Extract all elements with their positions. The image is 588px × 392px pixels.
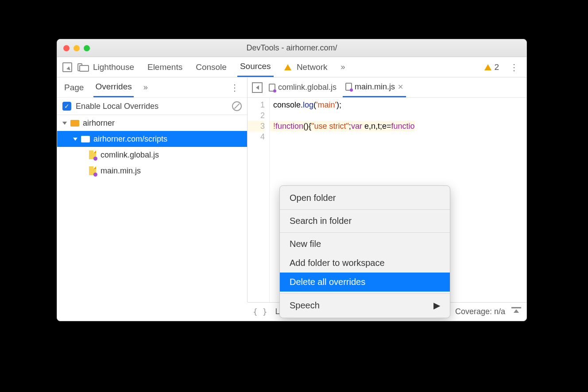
tree-root-label: airhorner (83, 119, 115, 128)
traffic-lights (63, 45, 90, 51)
chevron-down-icon (62, 122, 67, 125)
tree-file-comlink[interactable]: comlink.global.js (57, 147, 247, 163)
tab-console[interactable]: Console (193, 58, 229, 77)
ctx-speech-label: Speech (290, 300, 320, 311)
tree-file-label: comlink.global.js (101, 150, 159, 160)
ctx-open-folder[interactable]: Open folder (280, 188, 450, 208)
drawer-toggle-icon[interactable] (511, 307, 521, 317)
sidebar: Page Overrides » ⋮ ✓ Enable Local Overri… (57, 77, 248, 302)
warning-icon (284, 64, 291, 70)
tree-scripts-folder[interactable]: airhorner.com/scripts (57, 131, 247, 147)
warning-icon (484, 64, 491, 70)
editor-tab-label: comlink.global.js (278, 83, 337, 92)
zoom-window-icon[interactable] (84, 45, 90, 51)
tree-file-label: main.min.js (101, 166, 141, 176)
ctx-add-folder[interactable]: Add folder to workspace (280, 254, 450, 273)
code-line: console.log('main'); (270, 100, 415, 110)
js-file-icon (89, 166, 96, 175)
tab-elements[interactable]: Elements (145, 58, 185, 77)
navigator-toggle-icon[interactable] (252, 82, 263, 93)
ctx-delete-overrides[interactable]: Delete all overrides (280, 273, 450, 292)
enable-overrides-label: Enable Local Overrides (76, 102, 159, 111)
sources-sidebar-tabs: Page Overrides » ⋮ (57, 77, 247, 98)
tree-folder-label: airhorner.com/scripts (93, 135, 167, 144)
window-title: DevTools - airhorner.com/ (57, 43, 526, 53)
tree-root-folder[interactable]: airhorner (57, 115, 247, 131)
editor-tabs: comlink.global.js main.min.js ✕ (248, 77, 526, 98)
editor-tab-label: main.min.js (355, 82, 395, 92)
editor-tab-main[interactable]: main.min.js ✕ (343, 78, 406, 97)
sidetab-overrides[interactable]: Overrides (93, 77, 133, 97)
submenu-arrow-icon: ▶ (433, 300, 440, 311)
js-file-icon (89, 150, 96, 159)
chevron-down-icon (73, 138, 77, 141)
sidebar-kebab-icon[interactable]: ⋮ (228, 82, 242, 93)
settings-kebab-icon[interactable]: ⋮ (507, 62, 521, 73)
devtools-window: DevTools - airhorner.com/ Lighthouse Ele… (57, 39, 527, 321)
code-line (270, 131, 415, 142)
line-number: 3 (248, 121, 265, 131)
warning-count: 2 (494, 62, 499, 72)
tab-network[interactable]: Network (282, 58, 330, 77)
context-menu: Open folder Search in folder New file Ad… (279, 185, 450, 318)
code-line (270, 110, 415, 121)
file-icon (269, 84, 275, 92)
override-dot-icon (93, 157, 97, 161)
coverage-status: Coverage: n/a (455, 307, 505, 316)
separator (280, 232, 450, 233)
gutter: 1 2 3 4 (248, 98, 270, 302)
ctx-new-file[interactable]: New file (280, 234, 450, 254)
separator (280, 293, 450, 294)
folder-icon (81, 136, 90, 142)
tab-network-label: Network (297, 62, 328, 72)
device-toggle-icon[interactable] (77, 63, 82, 71)
titlebar: DevTools - airhorner.com/ (57, 39, 526, 57)
tab-sources[interactable]: Sources (237, 57, 274, 77)
line-number: 4 (248, 131, 265, 142)
separator (280, 209, 450, 210)
editor-tab-comlink[interactable]: comlink.global.js (266, 78, 339, 96)
close-window-icon[interactable] (63, 45, 70, 51)
folder-icon (70, 120, 79, 127)
overrides-bar: ✓ Enable Local Overrides (57, 98, 247, 115)
sidetab-page[interactable]: Page (62, 78, 85, 97)
ctx-speech[interactable]: Speech ▶ (280, 296, 450, 315)
tree-file-main[interactable]: main.min.js (57, 163, 247, 179)
code-line: !function(){"use strict";var e,n,t;e=fun… (270, 121, 415, 131)
main-tabs: Lighthouse Elements Console Sources Netw… (57, 57, 526, 77)
pretty-print-icon[interactable]: { } (253, 307, 267, 316)
enable-overrides-checkbox[interactable]: ✓ (62, 102, 71, 111)
warning-badge[interactable]: 2 (484, 62, 499, 72)
inspect-icon[interactable] (62, 62, 72, 72)
line-number: 2 (248, 110, 265, 121)
tab-lighthouse[interactable]: Lighthouse (90, 58, 137, 77)
close-tab-icon[interactable]: ✕ (398, 83, 403, 91)
file-icon (345, 83, 352, 91)
file-tree: airhorner airhorner.com/scripts comlink.… (57, 115, 247, 179)
override-dot-icon (93, 173, 97, 177)
clear-icon[interactable] (232, 101, 242, 111)
ctx-search-in-folder[interactable]: Search in folder (280, 211, 450, 231)
minimize-window-icon[interactable] (74, 45, 80, 51)
line-number: 1 (248, 100, 265, 110)
sidetab-more-icon[interactable]: » (142, 78, 150, 96)
tabs-more-icon[interactable]: » (338, 58, 348, 76)
